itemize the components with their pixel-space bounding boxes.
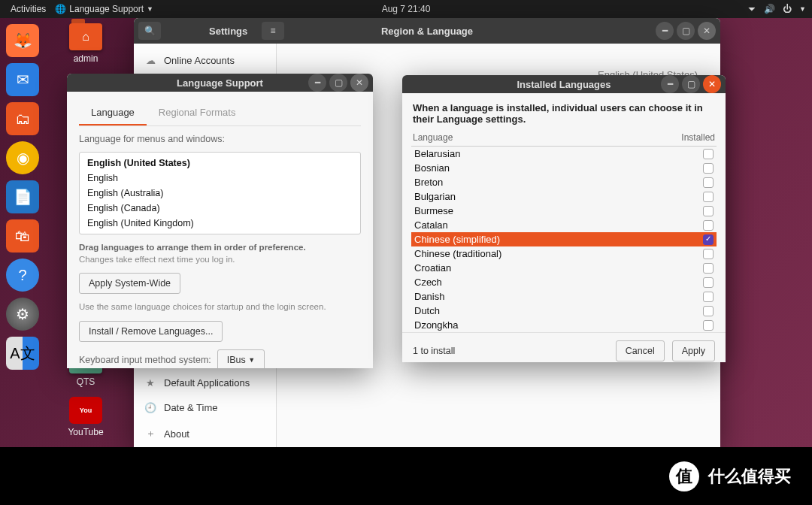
minimize-button[interactable]: ━ [656,22,674,40]
sidebar-icon: ★ [144,377,156,389]
tab-language[interactable]: Language [79,101,147,125]
installed-checkbox[interactable] [703,320,714,331]
installed-checkbox[interactable] [703,249,714,259]
zhi-badge-icon: 值 [669,461,699,491]
ime-select[interactable]: IBus ▼ [217,349,265,368]
tabs: Language Regional Formats [79,101,361,126]
list-item[interactable]: English (Australia) [80,186,360,201]
chevron-down-icon: ▼ [248,356,255,364]
table-row[interactable]: Czech [411,275,717,289]
table-row[interactable]: Catalan [411,218,717,232]
installed-checkbox[interactable] [703,263,714,274]
table-row[interactable]: Dzongkha [411,318,717,332]
sidebar-item-date-time[interactable]: 🕘Date & Time [134,395,276,420]
watermark-text: 什么值得买 [708,465,791,488]
language-name: Dutch [414,305,440,316]
table-row[interactable]: Dutch [411,304,717,318]
close-button[interactable]: ✕ [703,75,721,93]
cancel-button[interactable]: Cancel [616,340,665,361]
network-icon[interactable]: ⏷ [747,4,756,14]
list-item[interactable]: English [80,171,360,186]
sidebar-item-label: Date & Time [164,402,218,413]
installed-checkbox[interactable] [703,306,714,316]
minimize-button[interactable]: ━ [661,75,679,93]
list-item[interactable]: English (United States) [80,156,360,171]
list-item[interactable]: English (Canada) [80,201,360,216]
language-name: Bosnian [414,162,450,174]
installed-checkbox[interactable] [703,206,714,216]
maximize-button[interactable]: ▢ [682,75,700,93]
hamburger-icon[interactable]: ≡ [262,22,284,40]
install-remove-button[interactable]: Install / Remove Languages... [79,321,223,342]
installed-languages-titlebar[interactable]: Installed Languages ━ ▢ ✕ [402,75,726,93]
language-name: Catalan [414,219,448,231]
table-row[interactable]: Bulgarian [411,189,717,204]
installed-checkbox[interactable] [703,277,714,288]
language-name: Danish [414,291,444,302]
thunderbird-icon[interactable]: ✉ [6,63,39,96]
youtube-icon: You [69,397,102,424]
activities-button[interactable]: Activities [6,4,50,14]
maximize-button[interactable]: ▢ [329,74,347,92]
system-menu-chevron-icon[interactable]: ▼ [799,5,806,13]
language-support-titlebar[interactable]: Language Support ━ ▢ ✕ [67,74,373,92]
description-label: When a language is installed, individual… [402,93,726,129]
sidebar-item-about[interactable]: ＋About [134,420,276,447]
minimize-button[interactable]: ━ [308,74,326,92]
language-order-list[interactable]: English (United States)EnglishEnglish (A… [79,152,361,234]
files-icon[interactable]: 🗂 [6,102,39,135]
watermark-bar: 值 什么值得买 [0,447,812,505]
help-icon[interactable]: ? [6,259,39,292]
table-row[interactable]: Danish [411,289,717,304]
power-icon[interactable]: ⏻ [783,4,792,14]
search-icon[interactable]: 🔍 [138,22,161,40]
region-title: Region & Language [381,26,473,37]
volume-icon[interactable]: 🔊 [764,4,775,14]
chevron-down-icon: ▼ [147,5,153,13]
installed-checkbox[interactable] [703,220,714,231]
close-button[interactable]: ✕ [350,74,368,92]
clock[interactable]: Aug 7 21:40 [382,4,431,14]
table-row[interactable]: Bosnian [411,161,717,175]
table-row[interactable]: Croatian [411,261,717,275]
table-row[interactable]: Breton [411,175,717,189]
libreoffice-icon[interactable]: 📄 [6,180,39,213]
youtube-label: YouTube [59,427,112,437]
firefox-icon[interactable]: 🦊 [6,24,39,57]
rhythmbox-icon[interactable]: ◉ [6,141,39,174]
software-icon[interactable]: 🛍 [6,219,39,252]
table-row[interactable]: Burmese [411,204,717,218]
installed-checkbox[interactable] [703,163,714,174]
desktop-youtube[interactable]: You YouTube [59,397,112,437]
installed-checkbox[interactable] [703,292,714,302]
apply-hint: Use the same language choices for startu… [79,301,361,313]
sidebar-item-online-accounts[interactable]: ☁Online Accounts [134,48,276,73]
installed-checkbox[interactable] [703,149,714,159]
tab-regional-formats[interactable]: Regional Formats [147,101,248,125]
table-row[interactable]: Chinese (simplified) [411,232,717,246]
col-installed: Installed [681,132,715,143]
language-name: Chinese (traditional) [414,248,501,259]
gear-icon[interactable]: ⚙ [6,298,39,331]
maximize-button[interactable]: ▢ [677,22,695,40]
installed-checkbox[interactable] [703,192,714,202]
table-row[interactable]: Chinese (traditional) [411,246,717,261]
desktop-folder-admin[interactable]: ⌂ admin [59,23,112,64]
language-name: Dzongkha [414,319,459,331]
sidebar-item-default-applications[interactable]: ★Default Applications [134,370,276,395]
language-support-title: Language Support [177,77,263,89]
settings-titlebar[interactable]: 🔍 Settings ≡ Region & Language ━ ▢ ✕ [134,18,720,44]
col-language: Language [413,132,453,143]
app-indicator[interactable]: 🌐 Language Support ▼ [50,4,158,14]
installed-checkbox[interactable] [703,234,714,245]
apply-button[interactable]: Apply [672,340,715,361]
heading-label: Language for menus and windows: [79,134,361,144]
table-row[interactable]: Belarusian [411,147,717,161]
sidebar-item-label: About [164,428,189,440]
installed-checkbox[interactable] [703,177,714,188]
close-button[interactable]: ✕ [698,22,716,40]
list-item[interactable]: English (United Kingdom) [80,216,360,231]
apply-system-wide-button[interactable]: Apply System-Wide [79,273,180,294]
sidebar-item-label: Default Applications [164,377,250,389]
language-icon[interactable]: A文 [6,337,39,370]
